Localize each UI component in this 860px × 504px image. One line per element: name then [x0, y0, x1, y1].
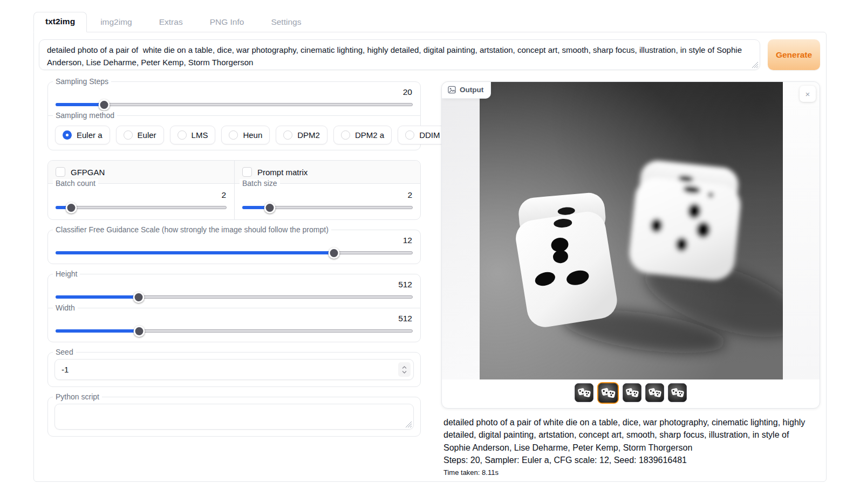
batch-count-slider[interactable] [56, 202, 227, 213]
sampler-option-lms[interactable]: LMS [170, 126, 216, 144]
tab-settings[interactable]: Settings [257, 13, 315, 32]
sampler-option-dpm2-a[interactable]: DPM2 a [333, 126, 392, 144]
slider-fill [56, 329, 139, 333]
thumbnail-5[interactable] [668, 383, 687, 402]
sampler-option-dpm2[interactable]: DPM2 [276, 126, 327, 144]
sampler-option-label: Euler a [77, 130, 103, 140]
content-columns: Sampling Steps 20 Sampling method Eule [39, 77, 820, 478]
generate-button[interactable]: Generate [768, 39, 820, 70]
python-script-input[interactable] [55, 404, 413, 429]
height-value: 512 [55, 280, 412, 289]
seed-group: Seed [47, 352, 421, 387]
cfg-scale-group: Classifier Free Guidance Scale (how stro… [47, 230, 421, 264]
sampler-option-euler[interactable]: Euler [116, 126, 164, 144]
width-label: Width [53, 303, 78, 312]
prompt-row: detailed photo of a pair of white die on… [39, 39, 820, 70]
batch-size-value: 2 [242, 190, 412, 200]
thumbnail-2-selected[interactable] [597, 382, 619, 404]
cfg-scale-slider[interactable] [56, 247, 413, 258]
prompt-matrix-label: Prompt matrix [257, 168, 308, 177]
settings-column: Sampling Steps 20 Sampling method Eule [47, 77, 421, 478]
tab-extras[interactable]: Extras [146, 13, 196, 32]
sampling-steps-label: Sampling Steps [53, 77, 111, 86]
sampler-option-label: Euler [138, 130, 156, 140]
gfpgan-checkbox[interactable] [56, 167, 65, 177]
spinner-up-icon[interactable] [402, 366, 407, 369]
python-script-label: Python script [53, 392, 102, 401]
sampler-option-label: DPM2 a [355, 130, 384, 140]
sampler-option-heun[interactable]: Heun [221, 126, 270, 144]
stage-left-fill [442, 82, 480, 379]
prompt-input[interactable]: detailed photo of a pair of white die on… [39, 40, 760, 70]
slider-knob[interactable] [264, 202, 275, 213]
cfg-scale-value: 12 [55, 236, 412, 245]
radio-icon [405, 130, 414, 140]
batch-count-group: Batch count 2 [48, 184, 234, 219]
thumbnail-1[interactable] [575, 383, 593, 402]
output-image[interactable] [480, 82, 783, 379]
prompt-matrix-checkbox[interactable] [242, 167, 252, 177]
thumbnail-strip [442, 379, 820, 408]
radio-icon [229, 130, 238, 140]
sampler-options: Euler a Euler LMS Heun [55, 126, 413, 144]
slider-fill [56, 251, 334, 254]
tab-strip: txt2img img2img Extras PNG Info Settings [33, 13, 827, 32]
seed-label: Seed [53, 348, 76, 356]
tab-png-info[interactable]: PNG Info [196, 13, 258, 32]
caption-params: Steps: 20, Sampler: Euler a, CFG scale: … [443, 454, 816, 466]
tab-img2img[interactable]: img2img [87, 13, 146, 32]
slider-knob[interactable] [65, 202, 77, 213]
time-taken: Time taken: 8.11s [443, 468, 816, 478]
seed-input-box [54, 359, 414, 380]
sampling-method-label: Sampling method [53, 111, 117, 120]
width-value: 512 [55, 314, 412, 323]
thumbnail-4[interactable] [645, 383, 664, 402]
output-panel-label: Output [442, 82, 491, 99]
thumbnail-3[interactable] [623, 383, 641, 402]
python-script-group: Python script [47, 397, 421, 437]
batch-size-label: Batch size [240, 179, 280, 188]
slider-knob[interactable] [329, 247, 340, 259]
slider-knob[interactable] [133, 292, 145, 303]
image-stage [442, 82, 820, 379]
txt2img-panel: detailed photo of a pair of white die on… [33, 32, 827, 482]
radio-icon [341, 130, 350, 140]
radio-icon [283, 130, 292, 140]
gfpgan-label: GFPGAN [71, 168, 105, 177]
batch-size-slider[interactable] [242, 202, 413, 213]
sampler-option-label: LMS [192, 130, 208, 140]
width-slider[interactable] [56, 325, 413, 336]
slider-knob[interactable] [99, 99, 110, 111]
sampler-option-label: DPM2 [297, 130, 320, 140]
sampling-method-group: Sampling method Euler a Euler LMS [47, 115, 421, 150]
output-label-text: Output [460, 86, 483, 94]
seed-input[interactable] [55, 360, 413, 379]
sampler-option-ddim[interactable]: DDIM [398, 126, 447, 144]
slider-track[interactable] [56, 206, 227, 209]
close-output-button[interactable]: × [800, 86, 816, 102]
sampler-option-label: Heun [243, 130, 262, 140]
sampling-steps-slider[interactable] [56, 99, 413, 110]
tab-txt2img[interactable]: txt2img [33, 12, 87, 32]
die-right [627, 158, 745, 282]
output-column: Output × [441, 81, 820, 478]
spinner-down-icon[interactable] [402, 370, 407, 374]
height-label: Height [53, 270, 80, 278]
batch-size-group: Batch size 2 [234, 184, 420, 219]
sampler-option-euler-a[interactable]: Euler a [55, 126, 110, 144]
width-group: Width 512 [47, 308, 421, 342]
slider-knob[interactable] [133, 326, 145, 337]
python-script-box [54, 404, 414, 430]
height-group: Height 512 [47, 274, 421, 308]
options-grid: GFPGAN Prompt matrix Batch count 2 [47, 160, 421, 220]
radio-selected-icon [63, 130, 72, 140]
cfg-scale-label: Classifier Free Guidance Scale (how stro… [53, 225, 331, 234]
number-spinner[interactable] [398, 362, 411, 377]
sampler-option-label: DDIM [419, 130, 440, 140]
radio-icon [178, 130, 187, 140]
txt2img-app: txt2img img2img Extras PNG Info Settings… [33, 13, 827, 482]
caption-prompt: detailed photo of a pair of white die on… [443, 416, 816, 454]
output-gallery: Output × [441, 81, 820, 409]
height-slider[interactable] [56, 291, 413, 302]
prompt-box: detailed photo of a pair of white die on… [39, 39, 760, 70]
